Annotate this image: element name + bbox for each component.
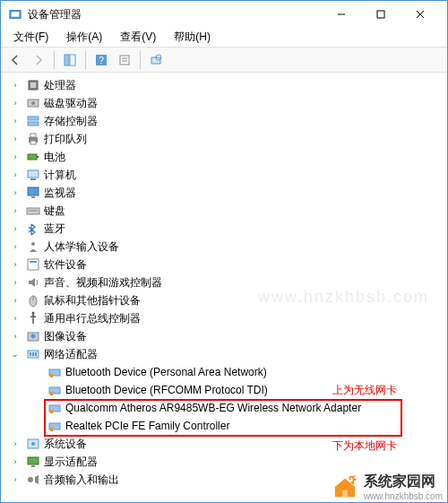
minimize-button[interactable] (322, 2, 361, 27)
svg-point-39 (31, 334, 36, 339)
svg-rect-47 (50, 392, 53, 395)
expand-icon[interactable]: › (10, 295, 21, 306)
expand-icon[interactable]: › (10, 116, 21, 126)
expand-icon[interactable] (31, 367, 42, 377)
tree-item[interactable]: ›声音、视频和游戏控制器 (8, 273, 447, 291)
svg-rect-20 (28, 122, 39, 126)
hid-icon (26, 239, 40, 254)
system-icon (26, 437, 40, 451)
forward-button[interactable] (28, 50, 49, 70)
svg-rect-43 (35, 352, 37, 356)
svg-rect-42 (32, 352, 34, 356)
close-button[interactable] (401, 2, 440, 27)
svg-rect-29 (31, 196, 35, 198)
svg-rect-33 (28, 259, 39, 270)
expand-icon[interactable]: › (10, 331, 21, 342)
svg-rect-24 (28, 154, 37, 160)
tree-item[interactable]: ›磁盘驱动器 (8, 94, 447, 112)
expand-icon[interactable]: › (10, 456, 21, 467)
svg-rect-3 (377, 11, 384, 18)
collapse-icon[interactable]: ⌄ (10, 349, 21, 360)
toolbar-separator (85, 51, 86, 69)
expand-icon[interactable]: › (10, 241, 21, 252)
svg-rect-25 (37, 156, 39, 158)
tree-item[interactable]: ›监视器 (8, 184, 447, 202)
menu-view[interactable]: 查看(V) (113, 28, 163, 47)
expand-icon[interactable]: › (10, 187, 21, 198)
expand-icon[interactable]: › (10, 152, 21, 162)
svg-rect-55 (31, 465, 35, 467)
tree-item[interactable]: ›存储控制器 (8, 112, 447, 130)
expand-icon[interactable]: › (10, 98, 21, 108)
maximize-button[interactable] (361, 2, 401, 27)
audio-icon (26, 275, 40, 290)
expand-icon[interactable]: › (10, 259, 21, 270)
tree-item-label: 磁盘驱动器 (44, 96, 98, 111)
expand-icon[interactable]: › (10, 277, 21, 288)
svg-rect-51 (50, 428, 53, 431)
tree-item[interactable]: ⌄网络适配器 (8, 345, 447, 363)
svg-rect-26 (28, 170, 39, 178)
show-hide-tree-button[interactable] (59, 50, 81, 70)
tree-item[interactable]: Bluetooth Device (Personal Area Network) (8, 363, 447, 381)
tree-item[interactable]: ›鼠标和其他指针设备 (8, 291, 447, 309)
scan-hardware-button[interactable] (145, 50, 167, 70)
menu-action[interactable]: 操作(A) (59, 28, 109, 47)
expand-icon[interactable]: › (10, 134, 21, 144)
expand-icon[interactable] (31, 403, 42, 413)
tree-item[interactable]: Qualcomm Atheros AR9485WB-EG Wireless Ne… (8, 399, 447, 417)
expand-icon[interactable]: › (10, 169, 21, 180)
help-button[interactable]: ? (90, 50, 112, 70)
battery-icon (26, 150, 40, 164)
back-button[interactable] (4, 50, 26, 70)
svg-rect-16 (30, 82, 36, 88)
tree-item-label: 计算机 (44, 168, 76, 183)
expand-icon[interactable]: › (10, 223, 21, 234)
menu-file[interactable]: 文件(F) (6, 28, 56, 47)
svg-point-53 (31, 442, 35, 446)
tree-item[interactable]: ›电池 (8, 148, 447, 166)
tree-item-label: 处理器 (44, 78, 76, 93)
expand-icon[interactable]: › (10, 205, 21, 216)
menu-help[interactable]: 帮助(H) (167, 28, 218, 47)
expand-icon[interactable]: › (10, 80, 21, 91)
audio-io-icon (26, 473, 40, 487)
tree-item[interactable]: ›显示适配器 (8, 453, 447, 471)
window-controls (322, 2, 440, 27)
tree-item-label: 电池 (44, 150, 65, 165)
tree-item[interactable]: Realtek PCIe FE Family Controller (8, 417, 447, 435)
tree-view[interactable]: ›处理器›磁盘驱动器›存储控制器›打印队列›电池›计算机›监视器›键盘›蓝牙›人… (1, 73, 447, 502)
cpu-icon (26, 78, 40, 92)
expand-icon[interactable]: › (10, 438, 21, 449)
expand-icon[interactable] (31, 421, 42, 431)
tree-item-label: 人体学输入设备 (44, 239, 119, 255)
svg-rect-22 (30, 134, 36, 137)
svg-rect-41 (30, 352, 31, 356)
tree-item[interactable]: ›蓝牙 (8, 220, 447, 238)
svg-rect-6 (65, 55, 69, 65)
tree-item[interactable]: ›计算机 (8, 166, 447, 184)
tree-item-label: 存储控制器 (44, 114, 98, 129)
net-card-icon (47, 365, 62, 379)
network-icon (26, 347, 40, 361)
expand-icon[interactable]: › (10, 313, 21, 324)
svg-rect-27 (30, 178, 36, 180)
tree-item-label: 蓝牙 (44, 221, 65, 237)
tree-item[interactable]: ›打印队列 (8, 130, 447, 148)
tree-item[interactable]: ›软件设备 (8, 256, 447, 273)
tree-item[interactable]: ›音频输入和输出 (8, 471, 447, 489)
tree-item[interactable]: ›通用串行总线控制器 (8, 309, 447, 327)
expand-icon[interactable] (31, 385, 42, 395)
tree-item[interactable]: ›键盘 (8, 202, 447, 220)
window-title: 设备管理器 (28, 7, 322, 22)
tree-item[interactable]: ›人体学输入设备 (8, 238, 447, 256)
menubar: 文件(F) 操作(A) 查看(V) 帮助(H) (1, 28, 447, 48)
tree-item[interactable]: ›图像设备 (8, 327, 447, 345)
tree-item[interactable]: ›处理器 (8, 76, 447, 94)
svg-text:?: ? (99, 56, 104, 65)
properties-button[interactable] (114, 50, 135, 70)
expand-icon[interactable]: › (10, 474, 21, 485)
svg-rect-10 (120, 56, 129, 65)
bluetooth-icon (26, 221, 40, 236)
tree-item-label: 音频输入和输出 (44, 473, 119, 488)
